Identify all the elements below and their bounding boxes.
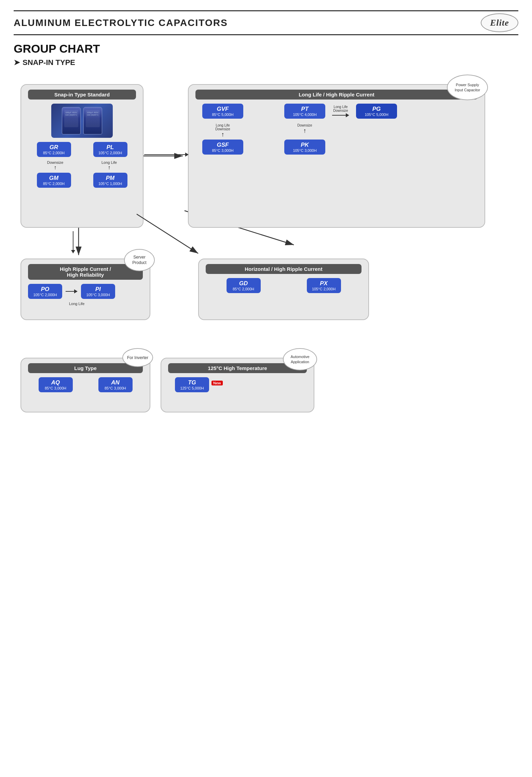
downsize-right: Downsize (297, 123, 312, 127)
new-badge: New (212, 381, 223, 385)
cap-cylinder-1: 680μF 450VGM (W)85°C (62, 107, 81, 134)
server-product-callout: ServerProduct (124, 249, 155, 271)
product-pl[interactable]: PL 105°C 2,000H (93, 142, 127, 157)
logo: Elite (481, 13, 518, 32)
long-life-label-hr: Long Life (69, 302, 84, 306)
right-arrow-main (144, 153, 189, 157)
product-gsf[interactable]: GSF 85°C 3,000H (202, 140, 243, 155)
main-title: GROUP CHART (14, 42, 518, 55)
horizontal-header: Horizontal / High Ripple Current (206, 264, 362, 274)
svg-line-11 (137, 214, 198, 253)
horizontal-products-row: GD 85°C 2,000H PX 105°C 2,000H (206, 278, 362, 293)
lug-type-box: Lug Type For Inverter AQ 85°C 3,000H AN … (21, 358, 150, 412)
cap-text-1: 680μF 450VGM (W)85°C (65, 111, 77, 116)
downsize-label: Downsize (47, 160, 64, 164)
lug-type-header: Lug Type (28, 363, 143, 373)
snap-standard-box: Snap-in Type Standard 680μF 450VGM (W)85… (21, 84, 144, 228)
sub-title: ➤ SNAP-IN TYPE (14, 58, 518, 67)
product-an[interactable]: AN 85°C 3,000H (98, 377, 133, 392)
high-temp-box: 125°C High Temperature AutomotiveApplica… (161, 358, 314, 412)
product-po[interactable]: PO 105°C 2,000H (28, 284, 62, 299)
long-life-header: Long Life / High Ripple Current (195, 90, 478, 100)
high-ripple-header: High Ripple Current /High Reliability (28, 264, 143, 280)
page-header-title: ALUMINUM ELECTROLYTIC CAPACITORS (14, 17, 228, 28)
long-life-box: Long Life / High Ripple Current Power Su… (188, 84, 485, 228)
long-life-downsize-label: Long LifeDownsize (333, 105, 348, 113)
snap-standard-header: Snap-in Type Standard (28, 90, 136, 100)
product-aq[interactable]: AQ 85°C 3,000H (39, 377, 73, 392)
capacitor-image: 680μF 450VGM (W)85°C 680μF 450VGM (W)85°… (51, 104, 113, 138)
product-gvf[interactable]: GVF 85°C 5,000H (202, 104, 243, 119)
high-ripple-box: High Ripple Current /High Reliability Se… (21, 259, 150, 320)
product-pm[interactable]: PM 105°C 1,000H (93, 173, 127, 188)
product-px[interactable]: PX 105°C 2,000H (307, 278, 341, 293)
automotive-callout: AutomotiveApplication (283, 348, 317, 370)
chart-area: Snap-in Type Standard 680μF 450VGM (W)85… (14, 77, 518, 624)
cap-text-2: 680μF 450VGM (W)85°C (87, 111, 98, 116)
arrow-symbol: ➤ (14, 58, 20, 67)
long-life-downsize-left: Long LifeDownsize (215, 123, 230, 131)
for-inverter-callout: For Inverter (122, 348, 153, 367)
header-bar: ALUMINUM ELECTROLYTIC CAPACITORS Elite (14, 10, 518, 35)
product-pi[interactable]: PI 105°C 3,000H (81, 284, 115, 299)
horizontal-box: Horizontal / High Ripple Current GD 85°C… (198, 259, 369, 320)
power-supply-callout: Power SupplyInput Capacitor (447, 75, 488, 100)
snap-bottom-row: GM 85°C 2,000H PM 105°C 1,000H (28, 173, 136, 188)
snap-top-row: GR 85°C 2,000H PL 105°C 2,000H (28, 142, 136, 157)
page-wrapper: ALUMINUM ELECTROLYTIC CAPACITORS Elite G… (14, 10, 518, 624)
product-gr[interactable]: GR 85°C 2,000H (37, 142, 71, 157)
down-arrow-1 (71, 231, 75, 253)
lug-products-row: AQ 85°C 3,000H AN 85°C 3,000H (28, 377, 143, 392)
product-tg[interactable]: TG 125°C 5,000H (175, 377, 209, 392)
product-pg[interactable]: PG 105°C 5,000H (356, 104, 397, 119)
product-pk[interactable]: PK 105°C 3,000H (284, 140, 325, 155)
product-pt[interactable]: PT 105°C 4,000H (284, 104, 325, 119)
cap-cylinder-2: 680μF 450VGM (W)85°C (83, 107, 102, 134)
product-gm[interactable]: GM 85°C 2,000H (37, 173, 71, 188)
long-life-label: Long Life (101, 160, 117, 164)
product-gd[interactable]: GD 85°C 2,000H (227, 278, 261, 293)
